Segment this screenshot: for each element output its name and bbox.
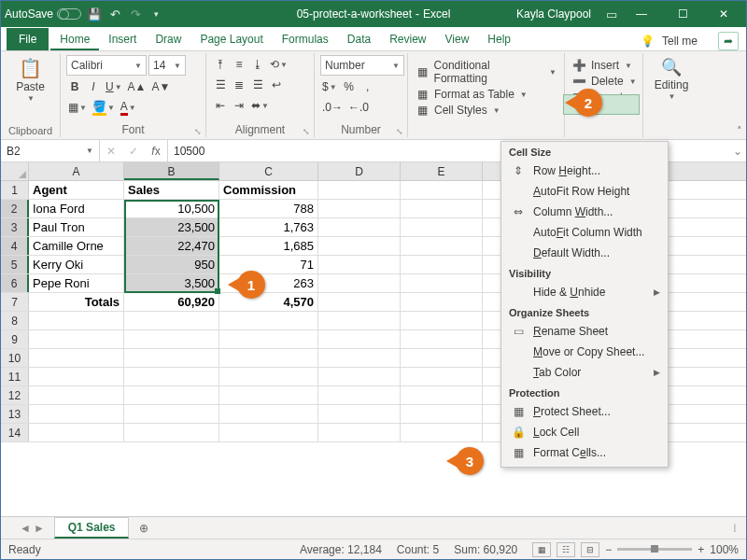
row-11[interactable]: 11 xyxy=(1,368,29,385)
cell[interactable] xyxy=(401,274,483,292)
col-A[interactable]: A xyxy=(29,162,124,180)
cell[interactable]: Agent xyxy=(29,181,124,199)
orientation-button[interactable]: ⟲▼ xyxy=(268,55,289,74)
cell[interactable] xyxy=(318,424,401,441)
sheet-scroll-handle[interactable]: ⁞ xyxy=(733,522,737,535)
cell[interactable] xyxy=(318,330,401,348)
cell[interactable] xyxy=(318,256,401,273)
cell[interactable] xyxy=(29,349,124,367)
cell[interactable] xyxy=(401,312,483,329)
col-B[interactable]: B xyxy=(124,162,219,180)
row-13[interactable]: 13 xyxy=(1,405,29,423)
menu-lock-cell[interactable]: 🔒Lock Cell xyxy=(501,422,668,442)
row-9[interactable]: 9 xyxy=(1,330,29,348)
row-3[interactable]: 3 xyxy=(1,218,29,236)
cancel-formula-icon[interactable]: ✕ xyxy=(100,145,122,158)
sheet-tab-q1-sales[interactable]: Q1 Sales xyxy=(54,517,130,539)
merge-button[interactable]: ⬌▼ xyxy=(249,96,271,115)
fill-color-button[interactable]: 🪣▼ xyxy=(91,98,117,117)
font-color-button[interactable]: A▼ xyxy=(119,98,138,117)
row-2[interactable]: 2 xyxy=(1,200,29,217)
cell[interactable] xyxy=(401,368,483,385)
cell[interactable] xyxy=(124,386,219,404)
cell[interactable] xyxy=(29,405,124,423)
col-E[interactable]: E xyxy=(401,162,483,180)
expand-formula-bar-icon[interactable]: ⌄ xyxy=(729,140,746,161)
cell[interactable] xyxy=(401,349,483,367)
menu-column-width[interactable]: ⇔Column Width... xyxy=(501,202,668,222)
row-4[interactable]: 4 xyxy=(1,237,29,255)
paste-button[interactable]: 📋 Paste ▼ xyxy=(7,55,54,105)
cell[interactable]: 788 xyxy=(219,200,318,217)
cell-styles-button[interactable]: ▦Cell Styles▼ xyxy=(416,104,557,117)
font-name-combo[interactable]: Calibri▼ xyxy=(66,55,147,76)
cell[interactable] xyxy=(401,405,483,423)
cell[interactable] xyxy=(401,424,483,441)
cell[interactable] xyxy=(124,330,219,348)
undo-icon[interactable]: ↶ xyxy=(107,7,122,21)
tell-me[interactable]: Tell me xyxy=(662,35,698,48)
cell[interactable] xyxy=(124,424,219,441)
page-layout-view-button[interactable]: ☷ xyxy=(557,542,575,557)
normal-view-button[interactable]: ▦ xyxy=(532,542,551,557)
cell[interactable]: 4,570 xyxy=(219,293,318,311)
tab-file[interactable]: File xyxy=(7,28,49,50)
cell[interactable] xyxy=(29,368,124,385)
font-size-combo[interactable]: 14▼ xyxy=(148,55,186,76)
delete-cells-button[interactable]: ➖Delete▼ xyxy=(572,75,635,88)
tab-home[interactable]: Home xyxy=(50,28,99,50)
row-8[interactable]: 8 xyxy=(1,312,29,329)
cell[interactable] xyxy=(401,293,483,311)
col-C[interactable]: C xyxy=(219,162,318,180)
ribbon-display-icon[interactable]: ▭ xyxy=(604,7,619,21)
cell[interactable] xyxy=(219,405,318,423)
row-14[interactable]: 14 xyxy=(1,424,29,441)
format-as-table-button[interactable]: ▦Format as Table▼ xyxy=(416,88,557,101)
menu-format-cells[interactable]: ▦Format Cells... xyxy=(501,442,668,463)
sheet-nav-prev-icon[interactable]: ◄ xyxy=(20,522,31,535)
align-top-button[interactable]: ⭱ xyxy=(212,55,229,74)
cell[interactable]: Iona Ford xyxy=(29,200,124,217)
borders-button[interactable]: ▦▼ xyxy=(66,98,89,117)
cell[interactable]: Totals xyxy=(29,293,124,311)
cell[interactable] xyxy=(318,200,401,217)
cell[interactable] xyxy=(401,256,483,273)
shrink-font-button[interactable]: A▼ xyxy=(150,77,173,96)
new-sheet-button[interactable]: ⊕ xyxy=(134,518,154,539)
menu-autofit-column[interactable]: AutoFit Column Width xyxy=(501,222,668,243)
cell[interactable] xyxy=(219,330,318,348)
tab-help[interactable]: Help xyxy=(478,28,520,50)
col-D[interactable]: D xyxy=(318,162,401,180)
cell[interactable] xyxy=(318,405,401,423)
cell[interactable] xyxy=(29,330,124,348)
zoom-in-button[interactable]: + xyxy=(698,543,704,556)
align-middle-button[interactable]: ≡ xyxy=(231,55,247,74)
menu-default-width[interactable]: Default Width... xyxy=(501,243,668,263)
cell[interactable]: Sales xyxy=(124,181,219,199)
tab-draw[interactable]: Draw xyxy=(146,28,190,50)
cell[interactable] xyxy=(401,200,483,217)
cell[interactable]: 10,500 xyxy=(124,200,219,217)
zoom-out-button[interactable]: − xyxy=(605,543,612,556)
cell[interactable]: 22,470 xyxy=(124,237,219,255)
cell[interactable] xyxy=(29,424,124,441)
italic-button[interactable]: I xyxy=(85,77,102,96)
tab-data[interactable]: Data xyxy=(338,28,380,50)
bold-button[interactable]: B xyxy=(66,77,83,96)
share-icon[interactable]: ➦ xyxy=(718,32,739,50)
sheet-nav-next-icon[interactable]: ► xyxy=(34,522,45,535)
cell[interactable] xyxy=(401,330,483,348)
row-1[interactable]: 1 xyxy=(1,181,29,199)
cell[interactable] xyxy=(318,218,401,236)
cell[interactable] xyxy=(219,424,318,441)
select-all-button[interactable] xyxy=(1,162,29,180)
cell[interactable]: 60,920 xyxy=(124,293,219,311)
align-bottom-button[interactable]: ⭳ xyxy=(249,55,266,74)
cell[interactable] xyxy=(318,386,401,404)
cell[interactable]: 3,500 xyxy=(124,274,219,292)
menu-move-copy[interactable]: Move or Copy Sheet... xyxy=(501,342,668,362)
increase-decimal-button[interactable]: .0→ xyxy=(320,98,345,117)
number-format-combo[interactable]: Number▼ xyxy=(320,55,404,76)
cell[interactable] xyxy=(318,237,401,255)
menu-autofit-row[interactable]: AutoFit Row Height xyxy=(501,181,668,202)
